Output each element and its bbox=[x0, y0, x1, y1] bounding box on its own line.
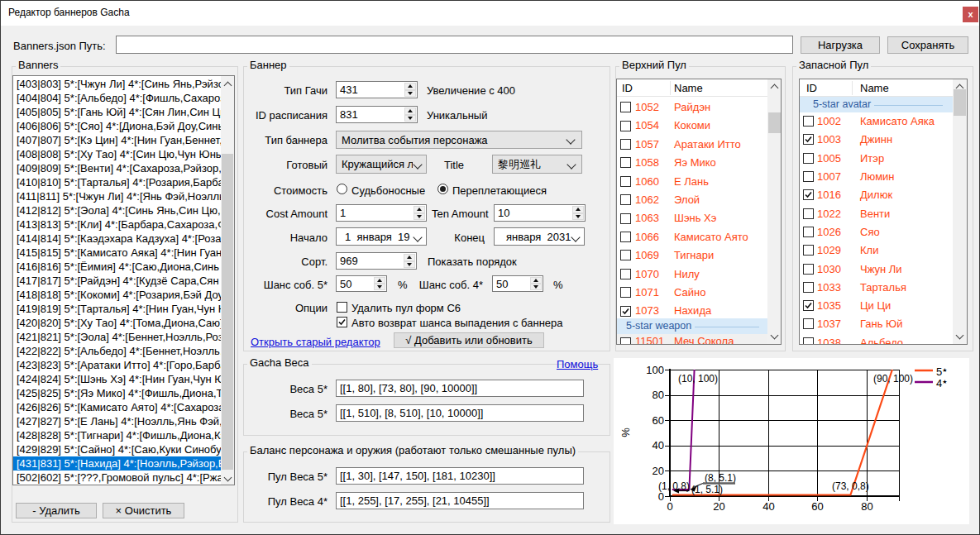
svg-text:60: 60 bbox=[653, 414, 664, 427]
svg-text:(1, 0.8): (1, 0.8) bbox=[658, 480, 690, 492]
svg-text:%: % bbox=[619, 428, 632, 437]
svg-text:80: 80 bbox=[861, 500, 872, 513]
svg-text:4★: 4★ bbox=[936, 377, 948, 389]
svg-text:(1, 5.1): (1, 5.1) bbox=[691, 484, 723, 495]
svg-text:(73, 0,8): (73, 0,8) bbox=[832, 480, 869, 492]
svg-text:20: 20 bbox=[653, 465, 664, 477]
svg-text:100: 100 bbox=[646, 364, 664, 376]
svg-text:40: 40 bbox=[762, 500, 774, 513]
svg-text:0: 0 bbox=[658, 490, 664, 503]
svg-text:80: 80 bbox=[653, 389, 664, 401]
svg-text:0: 0 bbox=[667, 500, 672, 513]
svg-text:5★: 5★ bbox=[936, 365, 948, 378]
svg-text:(10, 100): (10, 100) bbox=[678, 373, 718, 385]
svg-text:(8, 5.1): (8, 5.1) bbox=[705, 472, 736, 484]
svg-text:(90, 100): (90, 100) bbox=[873, 373, 913, 385]
svg-text:60: 60 bbox=[811, 500, 823, 513]
svg-text:40: 40 bbox=[653, 439, 664, 451]
svg-text:20: 20 bbox=[713, 500, 724, 513]
